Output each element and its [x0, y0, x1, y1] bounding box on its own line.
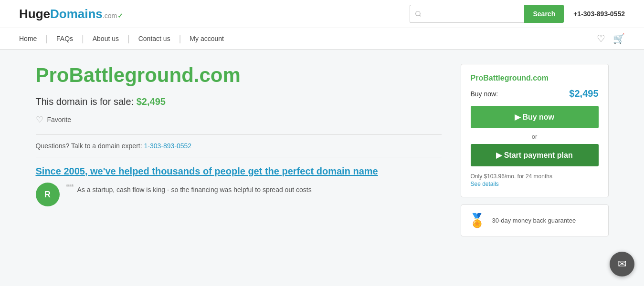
- header: HugeDomains.com✓ Search +1-303-893-0552: [0, 0, 644, 28]
- nav-icons: ♡ 🛒: [597, 33, 625, 44]
- nav: Home | FAQs | About us | Contact us | My…: [0, 28, 644, 50]
- guarantee-text: 30-day money back guarantee: [492, 217, 576, 224]
- domain-title: ProBattleground.com: [36, 64, 442, 87]
- testimonial-text: As a startup, cash flow is king - so the…: [77, 186, 312, 194]
- nav-link-my-account[interactable]: My account: [181, 35, 232, 42]
- or-text: or: [471, 133, 599, 140]
- avatar: R: [36, 183, 60, 206]
- nav-link-faqs[interactable]: FAQs: [48, 35, 82, 42]
- guarantee-icon: 🏅: [469, 213, 486, 228]
- logo[interactable]: HugeDomains.com✓: [19, 7, 123, 21]
- logo-huge: Huge: [19, 7, 50, 21]
- card-domain-name: ProBattleground.com: [471, 74, 599, 82]
- wishlist-icon[interactable]: ♡: [597, 33, 605, 44]
- for-sale-text: This domain is for sale: $2,495: [36, 96, 442, 107]
- header-right: Search +1-303-893-0552: [410, 5, 625, 23]
- nav-links: Home | FAQs | About us | Contact us | My…: [19, 34, 232, 44]
- buy-now-price: $2,495: [569, 88, 598, 99]
- search-input[interactable]: [410, 5, 524, 23]
- testimonial-row: R ““ As a startup, cash flow is king - s…: [36, 183, 442, 206]
- see-details-link[interactable]: See details: [471, 181, 499, 187]
- section-heading[interactable]: Since 2005, we've helped thousands of pe…: [36, 166, 378, 176]
- guarantee-card: 🏅 30-day money back guarantee: [461, 204, 609, 236]
- nav-link-home[interactable]: Home: [19, 35, 45, 42]
- buy-card: ProBattleground.com Buy now: $2,495 ▶ Bu…: [461, 64, 609, 197]
- buy-now-label: Buy now:: [471, 90, 498, 98]
- left-column: ProBattleground.com This domain is for s…: [36, 64, 442, 236]
- nav-link-about-us[interactable]: About us: [84, 35, 127, 42]
- search-container: Search: [410, 5, 564, 23]
- main-content: ProBattleground.com This domain is for s…: [17, 50, 628, 251]
- search-button[interactable]: Search: [524, 5, 564, 23]
- buy-now-button[interactable]: ▶ Buy now: [471, 106, 599, 128]
- questions-text: Questions? Talk to a domain expert: 1-30…: [36, 142, 442, 150]
- heart-icon: ♡: [36, 114, 43, 125]
- quote-mark: ““: [66, 182, 74, 194]
- logo-com: .com: [103, 12, 117, 20]
- nav-link-contact-us[interactable]: Contact us: [130, 35, 179, 42]
- favorite-row[interactable]: ♡ Favorite: [36, 114, 442, 125]
- payment-plan-button[interactable]: ▶ Start payment plan: [471, 144, 599, 166]
- favorite-label: Favorite: [47, 116, 72, 123]
- buy-now-row: Buy now: $2,495: [471, 88, 599, 99]
- questions-prefix: Questions? Talk to a domain expert:: [36, 142, 144, 150]
- questions-phone-link[interactable]: 1-303-893-0552: [144, 142, 191, 150]
- right-column: ProBattleground.com Buy now: $2,495 ▶ Bu…: [461, 64, 609, 236]
- for-sale-prefix: This domain is for sale:: [36, 96, 137, 107]
- divider-2: [36, 157, 442, 157]
- phone-number: +1-303-893-0552: [573, 10, 625, 18]
- testimonial-content: ““ As a startup, cash flow is king - so …: [66, 183, 312, 195]
- payment-note: Only $103.96/mo. for 24 months: [471, 173, 599, 180]
- divider-1: [36, 134, 442, 135]
- cart-icon[interactable]: 🛒: [613, 33, 625, 44]
- logo-domains: Domains: [50, 7, 103, 21]
- for-sale-price: $2,495: [137, 96, 166, 107]
- logo-check: ✓: [117, 12, 123, 20]
